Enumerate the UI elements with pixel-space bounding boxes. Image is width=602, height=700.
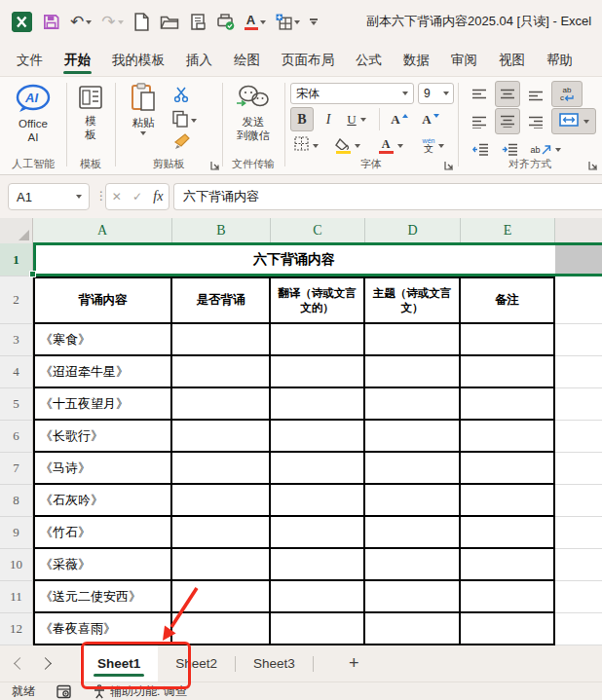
cell-D9[interactable]: [365, 517, 461, 549]
cell-B6[interactable]: [172, 421, 271, 453]
cell-A6[interactable]: 《长歌行》: [33, 421, 172, 453]
print-preview-button[interactable]: [189, 13, 207, 31]
cell-C7[interactable]: [271, 453, 365, 485]
cell-E8[interactable]: [461, 485, 555, 517]
row-header-1[interactable]: 1: [0, 243, 33, 276]
cell-header-3[interactable]: 主题（诗或文言文）: [365, 276, 461, 324]
cell-header-0[interactable]: 背诵内容: [33, 276, 172, 324]
cell-header-4[interactable]: 备注: [461, 276, 555, 324]
cell-A8[interactable]: 《石灰吟》: [33, 485, 172, 517]
enter-icon[interactable]: ✓: [132, 190, 142, 203]
save-button[interactable]: [42, 13, 60, 31]
cell-F8[interactable]: [555, 485, 602, 517]
ribbon-tab-开始[interactable]: 开始: [54, 44, 101, 76]
cell-A9[interactable]: 《竹石》: [33, 517, 172, 549]
cancel-icon[interactable]: ✕: [112, 190, 122, 203]
cell-A5[interactable]: 《十五夜望月》: [33, 388, 172, 421]
row-header-7[interactable]: 7: [0, 453, 33, 485]
cell-E11[interactable]: [461, 581, 555, 613]
column-header-A[interactable]: A: [33, 218, 172, 243]
font-color-button[interactable]: A: [245, 14, 266, 30]
ribbon-tab-帮助[interactable]: 帮助: [536, 44, 583, 76]
cell-E5[interactable]: [461, 388, 555, 421]
cell-F2[interactable]: [555, 276, 602, 324]
cell-F12[interactable]: [555, 613, 602, 645]
cell-C3[interactable]: [271, 324, 365, 356]
cell-D7[interactable]: [365, 453, 461, 485]
italic-button[interactable]: I: [318, 107, 339, 131]
cell-E10[interactable]: [461, 549, 555, 581]
cell-C10[interactable]: [271, 549, 365, 581]
cell-header-1[interactable]: 是否背诵: [172, 276, 271, 324]
align-right-button[interactable]: [524, 110, 547, 134]
row-header-10[interactable]: 10: [0, 549, 33, 581]
align-top-button[interactable]: [468, 83, 491, 107]
sheet-tab-Sheet3[interactable]: Sheet3: [236, 645, 313, 682]
send-to-wechat-button[interactable]: 发送 到微信: [222, 84, 284, 143]
undo-button[interactable]: ↶: [70, 14, 92, 30]
office-ai-button[interactable]: AI Office AI: [0, 84, 66, 145]
redo-button[interactable]: ↷: [101, 14, 123, 30]
macro-record-icon[interactable]: [56, 684, 71, 699]
cell-D5[interactable]: [365, 388, 461, 421]
cell-A4[interactable]: 《迢迢牵牛星》: [33, 356, 172, 388]
row-header-4[interactable]: 4: [0, 356, 33, 388]
cell-C5[interactable]: [271, 388, 365, 421]
font-color-ribbon-button[interactable]: A: [372, 133, 409, 158]
cell-C9[interactable]: [271, 517, 365, 549]
cell-title-A1[interactable]: 六下背诵内容: [33, 243, 555, 276]
toolbar-overflow-button[interactable]: [310, 18, 318, 25]
cell-A3[interactable]: 《寒食》: [33, 324, 172, 356]
cell-D11[interactable]: [365, 581, 461, 613]
cell-E6[interactable]: [461, 421, 555, 453]
cell-F3[interactable]: [555, 324, 602, 356]
row-header-3[interactable]: 3: [0, 324, 33, 356]
row-header-9[interactable]: 9: [0, 517, 33, 549]
cell-B4[interactable]: [172, 356, 271, 388]
ribbon-tab-公式[interactable]: 公式: [345, 44, 393, 76]
cell-F5[interactable]: [555, 388, 602, 421]
row-header-12[interactable]: 12: [0, 613, 33, 645]
cell-F6[interactable]: [555, 421, 602, 453]
cell-E7[interactable]: [461, 453, 555, 485]
prev-sheet-icon[interactable]: [14, 657, 26, 670]
cell-C6[interactable]: [271, 421, 365, 453]
align-bottom-button[interactable]: [524, 83, 547, 107]
underline-button[interactable]: U: [341, 107, 372, 131]
alignment-dialog-launcher[interactable]: [588, 161, 598, 170]
next-sheet-icon[interactable]: [39, 657, 52, 670]
font-dialog-launcher[interactable]: [444, 161, 454, 170]
cell-B10[interactable]: [172, 549, 271, 581]
font-name-select[interactable]: 宋体: [290, 83, 414, 104]
formula-input[interactable]: 六下背诵内容: [173, 183, 602, 210]
selection-fill-handle[interactable]: [29, 271, 36, 277]
cell-D3[interactable]: [365, 324, 461, 356]
column-header-D[interactable]: D: [365, 218, 461, 243]
wrap-text-button[interactable]: ab c: [551, 81, 583, 107]
increase-font-button[interactable]: A: [386, 107, 413, 131]
cell-F10[interactable]: [555, 549, 602, 581]
cell-F4[interactable]: [555, 356, 602, 388]
quick-print-button[interactable]: [216, 13, 235, 31]
cell-D4[interactable]: [365, 356, 461, 388]
cell-B9[interactable]: [172, 517, 271, 549]
ribbon-tab-页面布局[interactable]: 页面布局: [271, 44, 345, 76]
cell-E9[interactable]: [461, 517, 555, 549]
cut-button[interactable]: [173, 87, 191, 106]
ribbon-tab-审阅[interactable]: 审阅: [440, 44, 488, 76]
new-file-button[interactable]: [133, 13, 150, 31]
row-header-11[interactable]: 11: [0, 581, 33, 613]
ribbon-tab-插入[interactable]: 插入: [175, 44, 223, 76]
cell-C11[interactable]: [271, 581, 365, 613]
paste-button[interactable]: 粘贴: [123, 83, 164, 135]
cell-D12[interactable]: [365, 613, 461, 645]
cell-F11[interactable]: [555, 581, 602, 613]
font-size-select[interactable]: 9: [418, 83, 454, 104]
format-painter-button[interactable]: [173, 132, 191, 154]
add-sheet-button[interactable]: +: [341, 645, 367, 682]
bold-button[interactable]: B: [290, 107, 314, 131]
phonetic-guide-button[interactable]: wén 文: [414, 133, 453, 158]
align-middle-button[interactable]: [495, 81, 520, 107]
clipboard-dialog-launcher[interactable]: [210, 161, 220, 170]
cell-A7[interactable]: 《马诗》: [33, 453, 172, 485]
